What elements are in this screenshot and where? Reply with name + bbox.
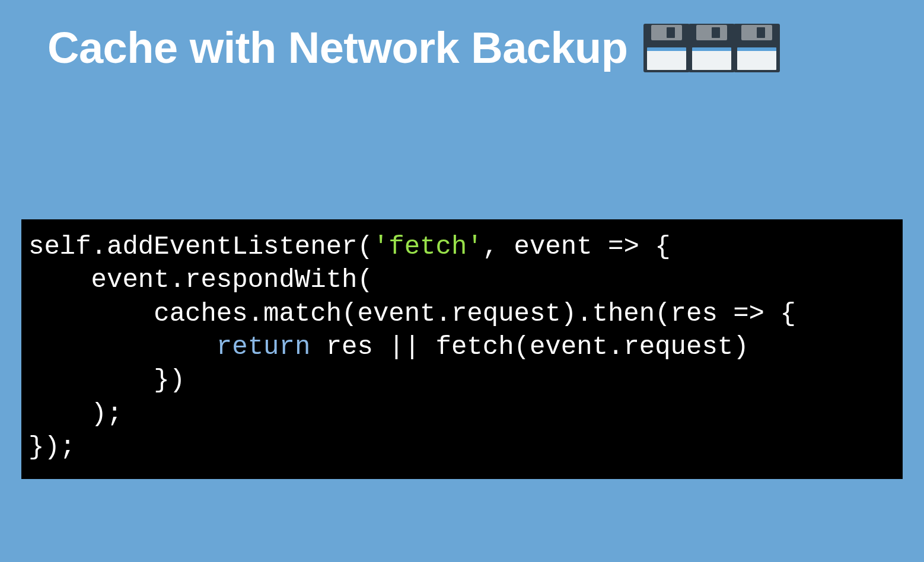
floppy-disk-icon (643, 24, 690, 72)
floppy-disk-icon (734, 24, 780, 72)
slide-title-row: Cache with Network Backup (47, 23, 877, 73)
code-token: 'fetch' (373, 232, 483, 261)
floppy-icon-group (645, 24, 780, 72)
slide-title: Cache with Network Backup (47, 23, 628, 73)
code-token: return (216, 332, 310, 362)
code-block: self.addEventListener('fetch', event => … (21, 219, 903, 479)
floppy-disk-icon (689, 24, 735, 72)
code-token: self.addEventListener( (28, 232, 373, 261)
